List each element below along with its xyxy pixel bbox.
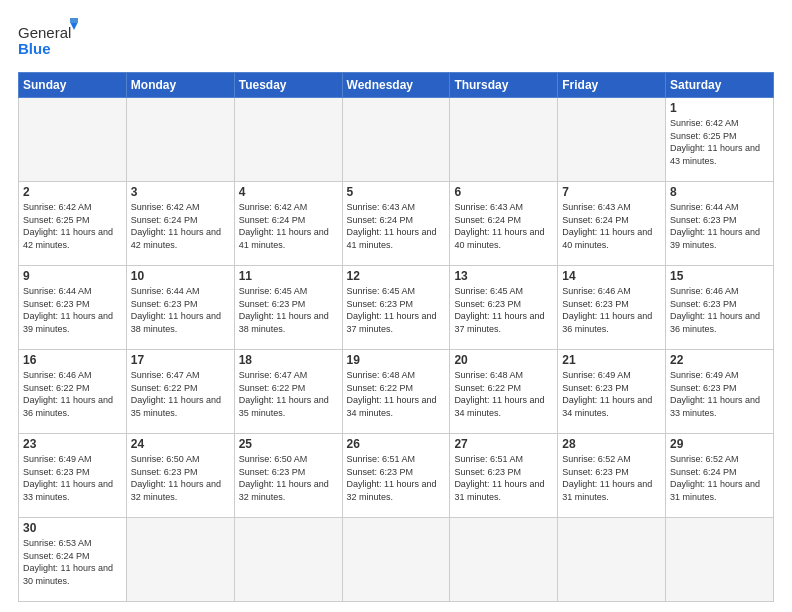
header: General Blue bbox=[18, 18, 774, 62]
day-number: 2 bbox=[23, 185, 122, 199]
calendar-cell: 29Sunrise: 6:52 AM Sunset: 6:24 PM Dayli… bbox=[666, 434, 774, 518]
day-info: Sunrise: 6:47 AM Sunset: 6:22 PM Dayligh… bbox=[239, 369, 338, 419]
day-info: Sunrise: 6:49 AM Sunset: 6:23 PM Dayligh… bbox=[562, 369, 661, 419]
calendar-cell: 30Sunrise: 6:53 AM Sunset: 6:24 PM Dayli… bbox=[19, 518, 127, 602]
day-info: Sunrise: 6:52 AM Sunset: 6:24 PM Dayligh… bbox=[670, 453, 769, 503]
day-number: 22 bbox=[670, 353, 769, 367]
calendar-cell: 24Sunrise: 6:50 AM Sunset: 6:23 PM Dayli… bbox=[126, 434, 234, 518]
day-info: Sunrise: 6:44 AM Sunset: 6:23 PM Dayligh… bbox=[131, 285, 230, 335]
day-info: Sunrise: 6:42 AM Sunset: 6:24 PM Dayligh… bbox=[131, 201, 230, 251]
day-number: 9 bbox=[23, 269, 122, 283]
svg-text:Blue: Blue bbox=[18, 40, 51, 57]
day-info: Sunrise: 6:45 AM Sunset: 6:23 PM Dayligh… bbox=[454, 285, 553, 335]
calendar-cell: 20Sunrise: 6:48 AM Sunset: 6:22 PM Dayli… bbox=[450, 350, 558, 434]
calendar-cell: 28Sunrise: 6:52 AM Sunset: 6:23 PM Dayli… bbox=[558, 434, 666, 518]
day-info: Sunrise: 6:48 AM Sunset: 6:22 PM Dayligh… bbox=[454, 369, 553, 419]
calendar-cell bbox=[126, 98, 234, 182]
day-number: 16 bbox=[23, 353, 122, 367]
day-info: Sunrise: 6:42 AM Sunset: 6:25 PM Dayligh… bbox=[23, 201, 122, 251]
calendar-cell: 8Sunrise: 6:44 AM Sunset: 6:23 PM Daylig… bbox=[666, 182, 774, 266]
calendar-cell: 11Sunrise: 6:45 AM Sunset: 6:23 PM Dayli… bbox=[234, 266, 342, 350]
calendar-cell: 12Sunrise: 6:45 AM Sunset: 6:23 PM Dayli… bbox=[342, 266, 450, 350]
calendar-table: SundayMondayTuesdayWednesdayThursdayFrid… bbox=[18, 72, 774, 602]
calendar-cell: 13Sunrise: 6:45 AM Sunset: 6:23 PM Dayli… bbox=[450, 266, 558, 350]
calendar-cell: 27Sunrise: 6:51 AM Sunset: 6:23 PM Dayli… bbox=[450, 434, 558, 518]
calendar-cell: 15Sunrise: 6:46 AM Sunset: 6:23 PM Dayli… bbox=[666, 266, 774, 350]
day-number: 20 bbox=[454, 353, 553, 367]
day-number: 4 bbox=[239, 185, 338, 199]
calendar-cell: 25Sunrise: 6:50 AM Sunset: 6:23 PM Dayli… bbox=[234, 434, 342, 518]
calendar-cell: 2Sunrise: 6:42 AM Sunset: 6:25 PM Daylig… bbox=[19, 182, 127, 266]
weekday-header: Friday bbox=[558, 73, 666, 98]
calendar-cell: 18Sunrise: 6:47 AM Sunset: 6:22 PM Dayli… bbox=[234, 350, 342, 434]
day-info: Sunrise: 6:50 AM Sunset: 6:23 PM Dayligh… bbox=[239, 453, 338, 503]
day-info: Sunrise: 6:51 AM Sunset: 6:23 PM Dayligh… bbox=[347, 453, 446, 503]
day-number: 24 bbox=[131, 437, 230, 451]
day-info: Sunrise: 6:51 AM Sunset: 6:23 PM Dayligh… bbox=[454, 453, 553, 503]
day-number: 30 bbox=[23, 521, 122, 535]
day-number: 21 bbox=[562, 353, 661, 367]
day-info: Sunrise: 6:46 AM Sunset: 6:23 PM Dayligh… bbox=[562, 285, 661, 335]
day-info: Sunrise: 6:43 AM Sunset: 6:24 PM Dayligh… bbox=[454, 201, 553, 251]
day-info: Sunrise: 6:49 AM Sunset: 6:23 PM Dayligh… bbox=[23, 453, 122, 503]
calendar-cell: 3Sunrise: 6:42 AM Sunset: 6:24 PM Daylig… bbox=[126, 182, 234, 266]
calendar-cell: 16Sunrise: 6:46 AM Sunset: 6:22 PM Dayli… bbox=[19, 350, 127, 434]
calendar-cell bbox=[558, 518, 666, 602]
weekday-header: Monday bbox=[126, 73, 234, 98]
day-number: 1 bbox=[670, 101, 769, 115]
day-info: Sunrise: 6:44 AM Sunset: 6:23 PM Dayligh… bbox=[670, 201, 769, 251]
day-info: Sunrise: 6:46 AM Sunset: 6:23 PM Dayligh… bbox=[670, 285, 769, 335]
logo: General Blue bbox=[18, 18, 78, 62]
day-info: Sunrise: 6:48 AM Sunset: 6:22 PM Dayligh… bbox=[347, 369, 446, 419]
day-number: 18 bbox=[239, 353, 338, 367]
day-number: 17 bbox=[131, 353, 230, 367]
weekday-header: Sunday bbox=[19, 73, 127, 98]
day-number: 8 bbox=[670, 185, 769, 199]
day-info: Sunrise: 6:42 AM Sunset: 6:25 PM Dayligh… bbox=[670, 117, 769, 167]
day-number: 11 bbox=[239, 269, 338, 283]
weekday-header: Tuesday bbox=[234, 73, 342, 98]
weekday-header: Saturday bbox=[666, 73, 774, 98]
calendar-cell bbox=[19, 98, 127, 182]
day-info: Sunrise: 6:53 AM Sunset: 6:24 PM Dayligh… bbox=[23, 537, 122, 587]
day-info: Sunrise: 6:46 AM Sunset: 6:22 PM Dayligh… bbox=[23, 369, 122, 419]
day-info: Sunrise: 6:42 AM Sunset: 6:24 PM Dayligh… bbox=[239, 201, 338, 251]
weekday-header: Wednesday bbox=[342, 73, 450, 98]
calendar-cell bbox=[450, 518, 558, 602]
calendar-cell bbox=[126, 518, 234, 602]
day-number: 15 bbox=[670, 269, 769, 283]
day-info: Sunrise: 6:50 AM Sunset: 6:23 PM Dayligh… bbox=[131, 453, 230, 503]
day-number: 14 bbox=[562, 269, 661, 283]
day-number: 12 bbox=[347, 269, 446, 283]
calendar-cell: 1Sunrise: 6:42 AM Sunset: 6:25 PM Daylig… bbox=[666, 98, 774, 182]
day-info: Sunrise: 6:43 AM Sunset: 6:24 PM Dayligh… bbox=[562, 201, 661, 251]
calendar-cell: 4Sunrise: 6:42 AM Sunset: 6:24 PM Daylig… bbox=[234, 182, 342, 266]
day-number: 6 bbox=[454, 185, 553, 199]
calendar-cell bbox=[666, 518, 774, 602]
calendar-cell bbox=[234, 98, 342, 182]
day-number: 10 bbox=[131, 269, 230, 283]
svg-text:General: General bbox=[18, 24, 71, 41]
calendar-cell bbox=[342, 98, 450, 182]
calendar-cell bbox=[558, 98, 666, 182]
day-number: 29 bbox=[670, 437, 769, 451]
day-number: 26 bbox=[347, 437, 446, 451]
calendar-cell: 14Sunrise: 6:46 AM Sunset: 6:23 PM Dayli… bbox=[558, 266, 666, 350]
day-number: 25 bbox=[239, 437, 338, 451]
calendar-cell: 9Sunrise: 6:44 AM Sunset: 6:23 PM Daylig… bbox=[19, 266, 127, 350]
day-info: Sunrise: 6:45 AM Sunset: 6:23 PM Dayligh… bbox=[347, 285, 446, 335]
day-info: Sunrise: 6:43 AM Sunset: 6:24 PM Dayligh… bbox=[347, 201, 446, 251]
day-number: 3 bbox=[131, 185, 230, 199]
logo-svg: General Blue bbox=[18, 18, 78, 62]
day-number: 13 bbox=[454, 269, 553, 283]
day-number: 19 bbox=[347, 353, 446, 367]
day-info: Sunrise: 6:52 AM Sunset: 6:23 PM Dayligh… bbox=[562, 453, 661, 503]
day-info: Sunrise: 6:45 AM Sunset: 6:23 PM Dayligh… bbox=[239, 285, 338, 335]
calendar-cell: 17Sunrise: 6:47 AM Sunset: 6:22 PM Dayli… bbox=[126, 350, 234, 434]
calendar-cell: 10Sunrise: 6:44 AM Sunset: 6:23 PM Dayli… bbox=[126, 266, 234, 350]
calendar-cell: 7Sunrise: 6:43 AM Sunset: 6:24 PM Daylig… bbox=[558, 182, 666, 266]
calendar-cell: 21Sunrise: 6:49 AM Sunset: 6:23 PM Dayli… bbox=[558, 350, 666, 434]
weekday-header: Thursday bbox=[450, 73, 558, 98]
svg-rect-3 bbox=[70, 18, 78, 23]
day-number: 28 bbox=[562, 437, 661, 451]
